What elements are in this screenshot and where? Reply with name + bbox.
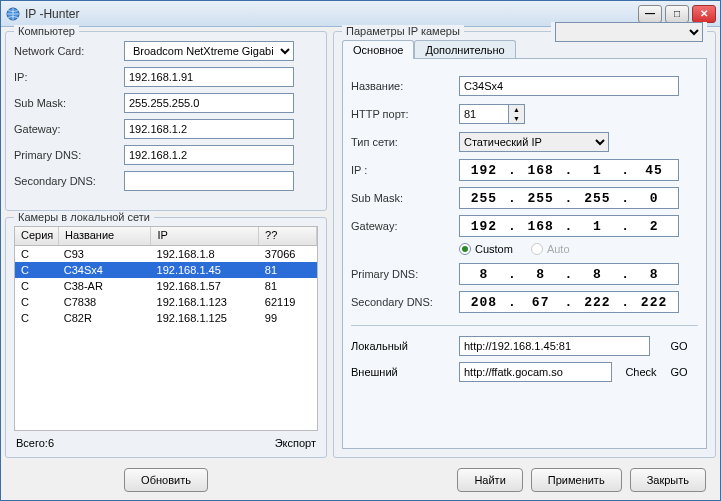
network-card-select[interactable]: Broadcom NetXtreme Gigabit Ethe xyxy=(124,41,294,61)
http-port-label: HTTP порт: xyxy=(351,108,459,120)
camera-name-label: Название: xyxy=(351,80,459,92)
network-card-label: Network Card: xyxy=(14,45,124,57)
table-row[interactable]: CC7838192.168.1.12362119 xyxy=(15,294,317,310)
cameras-legend: Камеры в локальной сети xyxy=(14,211,154,223)
maximize-button[interactable]: □ xyxy=(665,5,689,23)
params-legend: Параметры IP камеры xyxy=(342,25,464,37)
close-window-button[interactable]: ✕ xyxy=(692,5,716,23)
col-port[interactable]: ?? xyxy=(259,227,317,245)
camera-pdns-label: Primary DNS: xyxy=(351,268,459,280)
camera-list[interactable]: CC93192.168.1.837066CC34Sx4192.168.1.458… xyxy=(14,246,318,431)
ext-go-link[interactable]: GO xyxy=(660,366,698,378)
col-series[interactable]: Серия xyxy=(15,227,59,245)
camera-gateway-input[interactable]: 192.168.1.2 xyxy=(459,215,679,237)
local-url-input[interactable] xyxy=(459,336,650,356)
find-button[interactable]: Найти xyxy=(457,468,522,492)
computer-ip-input[interactable] xyxy=(124,67,294,87)
radio-dot-icon xyxy=(531,243,543,255)
radio-custom[interactable]: Custom xyxy=(459,243,513,255)
tab-extra[interactable]: Дополнительно xyxy=(414,40,515,59)
camera-gateway-label: Gateway: xyxy=(351,220,459,232)
nettype-label: Тип сети: xyxy=(351,136,459,148)
computer-sdns-input[interactable] xyxy=(124,171,294,191)
local-go-link[interactable]: GO xyxy=(660,340,698,352)
computer-sdns-label: Secondary DNS: xyxy=(14,175,124,187)
camera-list-header: Серия Название IP ?? xyxy=(14,226,318,246)
computer-submask-label: Sub Mask: xyxy=(14,97,124,109)
refresh-button[interactable]: Обновить xyxy=(124,468,208,492)
table-row[interactable]: CC93192.168.1.837066 xyxy=(15,246,317,262)
camera-ip-label: IP : xyxy=(351,164,459,176)
camera-sdns-input[interactable]: 208.67.222.222 xyxy=(459,291,679,313)
computer-group: Компьютер Network Card: Broadcom NetXtre… xyxy=(5,31,327,211)
computer-pdns-label: Primary DNS: xyxy=(14,149,124,161)
right-column: Параметры IP камеры Основное Дополнитель… xyxy=(333,31,716,496)
content-area: Компьютер Network Card: Broadcom NetXtre… xyxy=(1,27,720,500)
http-port-input[interactable] xyxy=(459,104,509,124)
camera-sdns-label: Secondary DNS: xyxy=(351,296,459,308)
radio-dot-icon xyxy=(459,243,471,255)
cameras-group: Камеры в локальной сети Серия Название I… xyxy=(5,217,327,458)
computer-pdns-input[interactable] xyxy=(124,145,294,165)
nettype-select[interactable]: Статический IP xyxy=(459,132,609,152)
minimize-button[interactable]: — xyxy=(638,5,662,23)
local-url-label: Локальный xyxy=(351,340,459,352)
spin-down-icon[interactable]: ▼ xyxy=(509,114,524,123)
camera-name-input[interactable] xyxy=(459,76,679,96)
radio-auto: Auto xyxy=(531,243,570,255)
table-row[interactable]: CC82R192.168.1.12599 xyxy=(15,310,317,326)
camera-pdns-input[interactable]: 8.8.8.8 xyxy=(459,263,679,285)
left-button-row: Обновить xyxy=(5,464,327,496)
close-button[interactable]: Закрыть xyxy=(630,468,706,492)
app-icon xyxy=(5,6,21,22)
params-tabs: Основное Дополнительно xyxy=(342,40,707,59)
app-window: IP -Hunter — □ ✕ Компьютер Network Card:… xyxy=(0,0,721,501)
tab-main[interactable]: Основное xyxy=(342,40,414,59)
window-title: IP -Hunter xyxy=(25,7,638,21)
camera-submask-label: Sub Mask: xyxy=(351,192,459,204)
ext-url-input[interactable] xyxy=(459,362,612,382)
ext-url-label: Внешний xyxy=(351,366,459,378)
tab-panel-main: Название: HTTP порт: ▲▼ Тип сети: Статич… xyxy=(342,58,707,449)
params-group: Параметры IP камеры Основное Дополнитель… xyxy=(333,31,716,458)
table-row[interactable]: CC38-AR192.168.1.5781 xyxy=(15,278,317,294)
computer-gateway-label: Gateway: xyxy=(14,123,124,135)
export-link[interactable]: Экспорт xyxy=(275,437,316,449)
computer-legend: Компьютер xyxy=(14,25,79,37)
col-ip[interactable]: IP xyxy=(151,227,259,245)
computer-gateway-input[interactable] xyxy=(124,119,294,139)
separator xyxy=(351,325,698,326)
col-name[interactable]: Название xyxy=(59,227,151,245)
computer-submask-input[interactable] xyxy=(124,93,294,113)
total-count: Всего:6 xyxy=(16,437,54,449)
camera-submask-input[interactable]: 255.255.255.0 xyxy=(459,187,679,209)
spin-up-icon[interactable]: ▲ xyxy=(509,105,524,114)
computer-ip-label: IP: xyxy=(14,71,124,83)
right-button-row: Найти Применить Закрыть xyxy=(333,464,716,496)
camera-ip-input[interactable]: 192.168.1.45 xyxy=(459,159,679,181)
left-column: Компьютер Network Card: Broadcom NetXtre… xyxy=(5,31,327,496)
camera-select[interactable] xyxy=(555,22,703,42)
table-row[interactable]: CC34Sx4192.168.1.4581 xyxy=(15,262,317,278)
http-port-spinner[interactable]: ▲▼ xyxy=(509,104,525,124)
ext-check-link[interactable]: Check xyxy=(622,366,660,378)
apply-button[interactable]: Применить xyxy=(531,468,622,492)
